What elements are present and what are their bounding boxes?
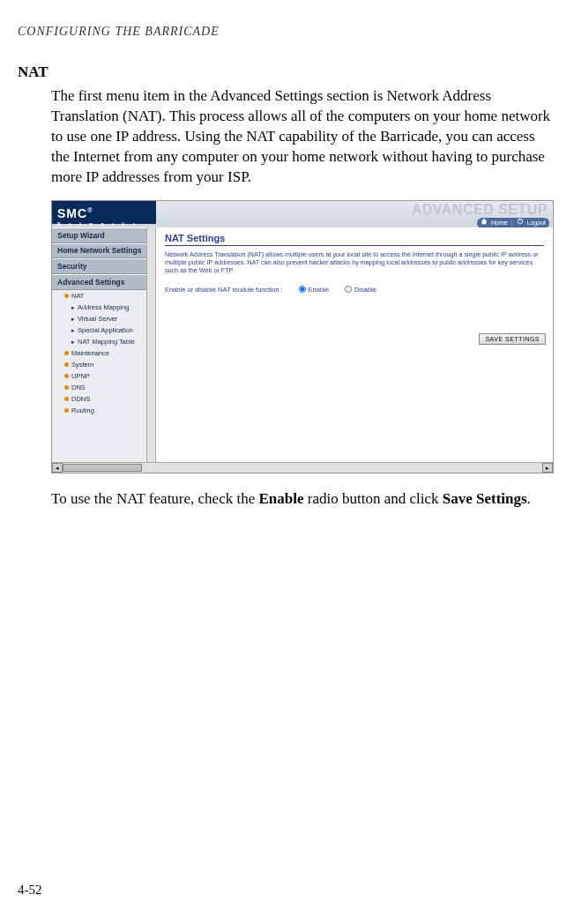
sidebar-label: UPNP [71, 372, 90, 380]
option-label: Enable or disable NAT module function : [165, 286, 283, 294]
arrow-icon: ▸ [71, 304, 75, 311]
radio-disable[interactable]: Disable [345, 286, 376, 294]
sidebar-item-routing[interactable]: Routing [52, 405, 155, 416]
panel-title: NAT Settings [165, 233, 544, 246]
sidebar-item-home-network[interactable]: Home Network Settings [52, 243, 155, 258]
scroll-left-arrow-icon[interactable]: ◂ [52, 463, 63, 473]
sidebar-item-ddns[interactable]: DDNS [52, 393, 155, 405]
radio-disable-label: Disable [354, 286, 376, 294]
sidebar-item-setup-wizard[interactable]: Setup Wizard [52, 227, 155, 243]
scroll-thumb[interactable] [63, 464, 142, 472]
nat-option-row: Enable or disable NAT module function : … [165, 286, 544, 294]
sidebar-item-dns[interactable]: DNS [52, 382, 155, 393]
bullet-icon [64, 294, 69, 298]
save-settings-button[interactable]: SAVE SETTINGS [479, 333, 546, 345]
bullet-icon [64, 385, 69, 390]
arrow-icon: ▸ [71, 327, 75, 334]
logo-text: SMC [57, 205, 87, 220]
para2-save-settings: Save Settings [443, 490, 527, 507]
sidebar-label: NAT [71, 292, 84, 300]
advanced-setup-banner: ADVANCED SETUP [412, 202, 548, 218]
smc-logo: SMC® N e t w o r k s [52, 201, 156, 224]
sidebar-label: Maintenance [71, 349, 109, 357]
radio-enable-label: Enable [309, 286, 329, 294]
horizontal-scrollbar[interactable]: ◂ ▸ [52, 462, 553, 473]
sidebar-label: System [71, 361, 93, 369]
para2-end: . [527, 490, 531, 507]
sidebar-label: Virtual Server [78, 315, 117, 323]
panel-description: Network Address Translation (NAT) allows… [165, 250, 544, 275]
sidebar-label: NAT Mapping Table [78, 338, 135, 346]
sidebar-item-advanced-settings[interactable]: Advanced Settings [52, 274, 155, 290]
sidebar-item-nat-mapping-table[interactable]: ▸NAT Mapping Table [52, 336, 155, 347]
arrow-icon: ▸ [71, 316, 75, 323]
sidebar-label: DNS [71, 384, 86, 391]
para2-enable: Enable [258, 490, 303, 507]
screenshot-nat-settings: SMC® N e t w o r k s ADVANCED SETUP Home… [51, 200, 554, 473]
bullet-icon [64, 397, 69, 401]
sidebar-item-maintenance[interactable]: Maintenance [52, 347, 155, 359]
bullet-icon [64, 351, 69, 355]
page-header: CONFIGURING THE BARRICADE [18, 25, 556, 39]
bullet-icon [64, 374, 69, 378]
sidebar-item-nat[interactable]: NAT [52, 290, 155, 302]
arrow-icon: ▸ [71, 339, 75, 346]
para2-pre: To use the NAT feature, check the [51, 490, 258, 507]
bullet-icon [64, 408, 69, 413]
para2-mid: radio button and click [304, 490, 443, 507]
sidebar-item-system[interactable]: System [52, 359, 155, 370]
sidebar-item-security[interactable]: Security [52, 258, 155, 274]
screenshot-header-bar: SMC® N e t w o r k s ADVANCED SETUP Home… [52, 201, 553, 224]
main-panel: NAT Settings Network Address Translation… [156, 227, 553, 462]
sidebar-item-upnp[interactable]: UPNP [52, 370, 155, 382]
sidebar-item-special-application[interactable]: ▸Special Application [52, 324, 155, 336]
intro-paragraph: The first menu item in the Advanced Sett… [51, 86, 556, 188]
logo-registered: ® [87, 207, 93, 213]
sidebar: Setup Wizard Home Network Settings Secur… [52, 227, 156, 462]
sidebar-item-address-mapping[interactable]: ▸Address Mapping [52, 302, 155, 313]
sidebar-label: Special Application [78, 326, 133, 334]
logo-subtext: N e t w o r k s [57, 222, 156, 227]
scroll-right-arrow-icon[interactable]: ▸ [542, 463, 553, 473]
radio-enable[interactable]: Enable [299, 286, 329, 294]
radio-disable-input[interactable] [345, 286, 352, 293]
sidebar-scrollbar[interactable] [146, 227, 156, 462]
sidebar-item-virtual-server[interactable]: ▸Virtual Server [52, 313, 155, 324]
screenshot-body: Setup Wizard Home Network Settings Secur… [52, 227, 553, 462]
page-number: 4-52 [18, 883, 42, 898]
sidebar-label: Address Mapping [78, 303, 129, 311]
section-title-nat: NAT [18, 63, 556, 81]
sidebar-label: Routing [71, 406, 94, 414]
bullet-icon [64, 362, 69, 367]
instruction-paragraph: To use the NAT feature, check the Enable… [51, 489, 556, 510]
radio-enable-input[interactable] [299, 286, 306, 293]
sidebar-label: DDNS [71, 395, 90, 403]
